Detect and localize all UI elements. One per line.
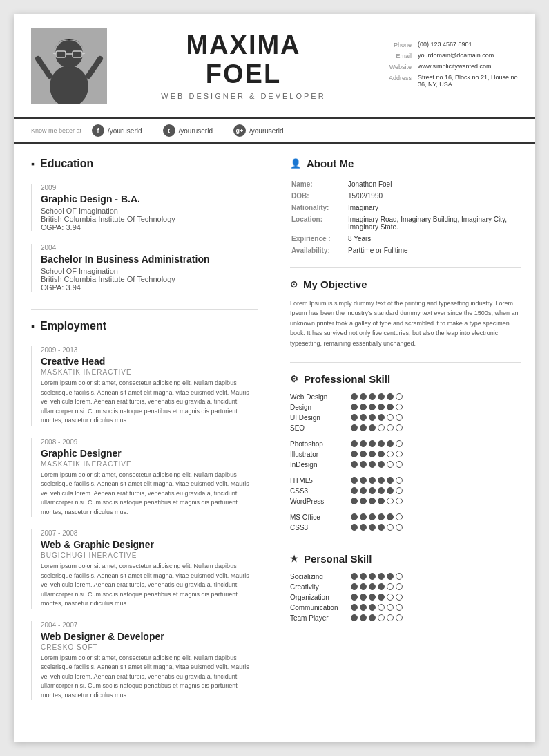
name-value: Jonathon Foel [348,179,520,189]
skill-dot [396,524,403,531]
availability-value: Parttime or Fulltime [348,245,520,256]
skill-name: Web Design [290,393,345,401]
emp-year: 2009 - 2013 [41,346,258,354]
skill-dot [369,498,376,504]
skill-dot [378,614,385,621]
skill-dot [396,573,403,580]
skill-dot [378,440,385,447]
skill-dots [351,461,403,468]
skill-dot [369,614,376,621]
skill-dot [360,461,367,468]
about-availability-row: Availability: Parttime or Fulltime [291,245,520,256]
nationality-label: Nationality: [291,202,347,213]
emp-title: Web & Graphic Designer [41,539,258,550]
skill-dots [351,604,403,611]
edu-school: School OF Imagination [41,207,258,215]
professional-skills-title: ⚙ Professional Skill [290,373,521,385]
skill-row: InDesign [290,461,521,469]
emp-year: 2004 - 2007 [41,621,258,629]
skill-dot [387,440,394,447]
google-item[interactable]: g+ /youruserid [233,124,283,137]
edu-year: 2004 [41,244,258,252]
skill-group: Photoshop Illustrator InDesign [290,440,521,469]
skill-dot [360,414,367,421]
edu-cgpa: CGPA: 3.94 [41,283,258,292]
emp-company: BUGICHUGI INERACTIVE [41,551,258,559]
emp-title: Graphic Designer [41,448,258,459]
skill-name: Illustrator [290,451,345,458]
skill-name: Team Player [290,614,345,622]
skill-dot [351,594,358,601]
skill-dot [351,498,358,504]
facebook-item[interactable]: f /youruserid [92,124,142,137]
skill-name: HTML5 [290,477,345,484]
skill-dot [360,440,367,447]
skill-dot [387,524,394,531]
skill-group: MS Office CSS3 [290,513,521,531]
skill-dot [378,583,385,590]
emp-company: MASKATIK INERACTIVE [41,368,258,376]
resume-container: MAXIMA FOEL WEB DESIGNER & DEVELOPER Pho… [14,14,535,742]
employment-title: ▪ Employment [31,320,258,336]
skill-dot [369,487,376,494]
skill-dot [378,498,385,504]
skill-dots [351,404,403,410]
objective-text: Lorem Ipsum is simply dummy text of the … [290,299,521,348]
skill-dot [387,583,394,590]
employment-section: ▪ Employment 2009 - 2013 Creative Head M… [31,320,258,700]
emp-company: CRESKO SOFT [41,643,258,651]
skill-dot [360,604,367,611]
skill-dot [378,524,385,531]
skill-dot [387,414,394,421]
email-label: Email [380,52,414,59]
skill-dot [360,477,367,484]
education-section: ▪ Education 2009 Graphic Design - B.A. S… [31,158,258,292]
dob-value: 15/02/1990 [348,191,520,201]
skill-dot [351,604,358,611]
svg-line-8 [53,53,56,54]
education-icon: ▪ [31,158,35,169]
first-name: MAXIMA [121,31,366,60]
emp-title: Creative Head [41,356,258,367]
skill-dot [396,513,403,520]
skill-dot [396,414,403,421]
employment-items: 2009 - 2013 Creative Head MASKATIK INERA… [31,346,258,700]
skill-dots [351,440,403,447]
skill-row: Illustrator [290,451,521,458]
about-dob-row: DOB: 15/02/1990 [291,191,520,201]
objective-icon: ⊙ [290,279,298,290]
skill-dots [351,614,403,621]
skill-dot [396,477,403,484]
education-title: ▪ Education [31,158,258,173]
skill-dot [360,498,367,504]
location-label: Location: [291,214,347,232]
professional-skills-icon: ⚙ [290,374,298,384]
skill-dot [387,604,394,611]
skill-dot [351,487,358,494]
skill-dot [396,583,403,590]
personal-skills-title: ★ Personal Skill [290,553,521,565]
dob-label: DOB: [291,191,347,201]
skill-dots [351,513,403,520]
skill-dot [396,393,403,400]
skill-dot [351,424,358,431]
skill-dot [387,594,394,601]
skill-dot [360,487,367,494]
personal-skills-container: Socializing Creativity Organization Comm… [290,573,521,622]
skill-dot [369,477,376,484]
skill-dot [396,451,403,457]
skill-row: Organization [290,594,521,601]
emp-desc: Lorem ipsum dolor sit amet, consectetur … [41,471,258,518]
twitter-item[interactable]: t /youruserid [163,124,213,137]
svg-line-9 [82,53,85,54]
skill-dot [369,440,376,447]
personal-skills-section: ★ Personal Skill Socializing Creativity … [290,553,521,622]
objective-section: ⊙ My Objective Lorem Ipsum is simply dum… [290,278,521,348]
employment-item: 2004 - 2007 Web Designer & Developer CRE… [31,621,258,701]
skill-dots [351,414,403,421]
education-item: 2009 Graphic Design - B.A. School OF Ima… [31,184,258,231]
twitter-handle: /youruserid [179,127,213,135]
skill-dot [360,393,367,400]
skill-dot [351,583,358,590]
nationality-value: Imaginary [348,202,520,213]
